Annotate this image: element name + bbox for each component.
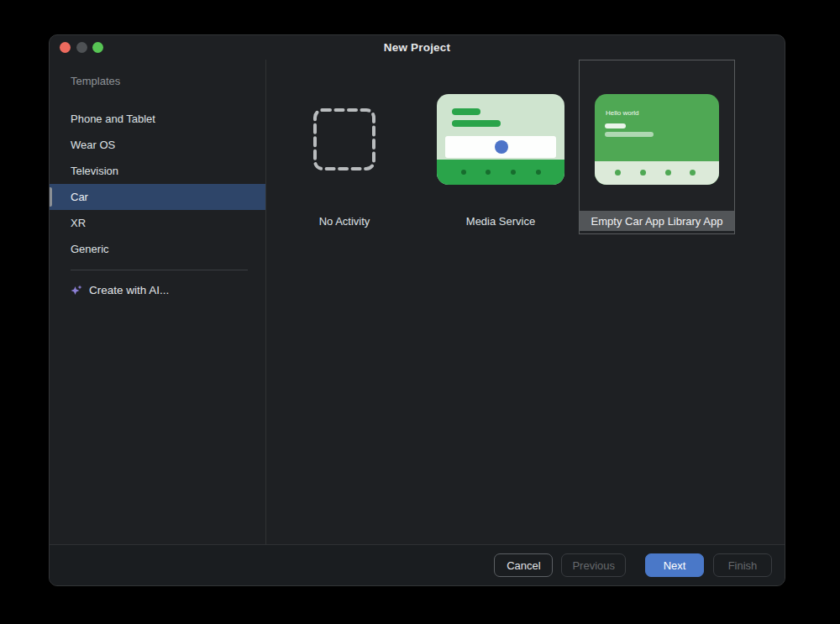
preview-dot	[511, 170, 516, 175]
new-project-dialog: New Project Templates Phone and Tablet W…	[49, 34, 785, 586]
dashed-square-icon	[312, 107, 376, 171]
preview-dot	[640, 170, 646, 176]
sidebar-item-generic[interactable]: Generic	[50, 236, 265, 262]
preview-dot	[615, 170, 621, 176]
template-card-label: No Activity	[267, 211, 422, 231]
previous-button[interactable]: Previous	[561, 553, 626, 577]
preview-text-bar	[605, 132, 654, 137]
dialog-footer: Cancel Previous Next Finish	[50, 544, 785, 585]
close-window-button[interactable]	[60, 42, 71, 53]
template-card-label: Media Service	[423, 211, 578, 231]
traffic-lights	[60, 42, 103, 53]
sidebar-item-label: XR	[71, 217, 86, 229]
preview-dot	[665, 170, 671, 176]
minimize-window-button[interactable]	[76, 42, 87, 53]
sidebar-item-xr[interactable]: XR	[50, 210, 265, 236]
templates-sidebar: Templates Phone and Tablet Wear OS Telev…	[50, 60, 266, 544]
finish-button[interactable]: Finish	[713, 553, 772, 577]
cancel-button[interactable]: Cancel	[494, 553, 553, 577]
preview-dot	[536, 170, 541, 175]
preview-bottom-bar	[437, 160, 564, 185]
preview-dot	[486, 170, 491, 175]
ai-sparkle-icon	[70, 284, 83, 297]
sidebar-item-television[interactable]: Television	[50, 158, 265, 184]
template-card-no-activity[interactable]: No Activity	[266, 60, 423, 234]
sidebar-header: Templates	[50, 75, 265, 87]
preview-text-bar	[452, 120, 501, 127]
sidebar-item-phone-and-tablet[interactable]: Phone and Tablet	[50, 106, 265, 132]
template-card-media-service[interactable]: Media Service	[423, 60, 579, 234]
media-service-preview	[437, 94, 564, 185]
sidebar-item-wear-os[interactable]: Wear OS	[50, 132, 265, 158]
ai-item-label: Create with AI...	[89, 284, 169, 296]
selection-edge-marker	[50, 187, 52, 207]
sidebar-divider	[71, 270, 248, 270]
preview-hello-text: Hello world	[606, 109, 639, 117]
preview-text-bar	[452, 108, 480, 115]
car-app-preview: Hello world	[595, 94, 719, 185]
preview-dot	[690, 170, 696, 176]
preview-play-dot	[495, 140, 508, 154]
preview-bottom-bar	[595, 161, 719, 185]
titlebar: New Project	[50, 35, 785, 60]
dialog-title: New Project	[384, 41, 450, 54]
sidebar-item-label: Television	[71, 165, 118, 177]
template-card-label: Empty Car App Library App	[580, 211, 734, 231]
template-gallery: No Activity	[266, 60, 785, 544]
sidebar-item-label: Phone and Tablet	[71, 113, 155, 125]
sidebar-item-label: Car	[71, 191, 88, 203]
sidebar-item-car[interactable]: Car	[50, 184, 265, 210]
template-card-empty-car-app-library-app[interactable]: Hello world Empty Car App Library App	[579, 60, 735, 234]
sidebar-item-label: Generic	[71, 243, 109, 255]
zoom-window-button[interactable]	[92, 42, 103, 53]
next-button[interactable]: Next	[645, 553, 704, 577]
sidebar-item-create-with-ai[interactable]: Create with AI...	[50, 277, 265, 303]
sidebar-item-label: Wear OS	[71, 139, 115, 151]
preview-text-bar	[605, 123, 626, 128]
preview-dot	[461, 170, 466, 175]
